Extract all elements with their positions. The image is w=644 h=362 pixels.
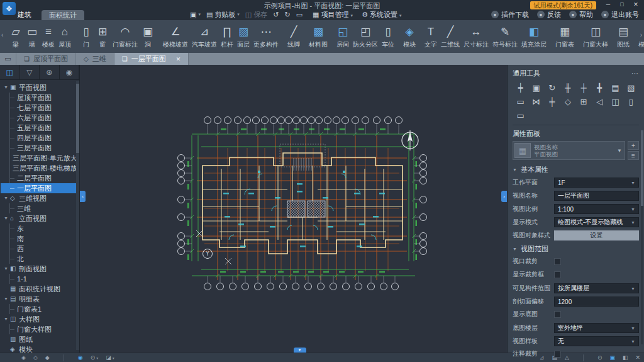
tree-group-detail-view[interactable]: ▼◫大样图 [0, 314, 79, 324]
tree-group-schedule-view[interactable]: ▼▤明细表 [0, 294, 79, 304]
ribbon-text-button[interactable]: T文字 [423, 23, 439, 50]
collapse-right-panel-handle[interactable]: › [501, 191, 507, 202]
project-tree-tab[interactable]: ◫ [0, 65, 20, 79]
mirror-tool-icon[interactable]: ◁ [592, 96, 608, 107]
logout-button[interactable]: ●退出账号 [601, 10, 639, 20]
save-button[interactable]: ◫ 保存 [245, 10, 267, 20]
helmet-tab[interactable]: ◉ [60, 65, 80, 79]
tree-item-2-3[interactable]: 北 [10, 254, 79, 264]
prop-select-1-6[interactable]: 无▼ [554, 336, 639, 346]
open-file-button[interactable]: ▣ ▾ [190, 11, 201, 19]
tree-item-0-6[interactable]: 三层平面图-单元放大… [10, 153, 79, 163]
center-tool-icon[interactable]: ┼ [576, 82, 592, 93]
tools-more-icon[interactable]: ⋯ [631, 69, 639, 77]
align-tool-icon[interactable]: ╫ [560, 82, 575, 93]
help-button[interactable]: ●帮助 [569, 10, 593, 20]
prop-input-1-3[interactable]: 1200 [554, 297, 639, 307]
close-tab-icon[interactable]: ✕ [176, 56, 181, 62]
close-button[interactable]: ✕ [629, 0, 643, 9]
lightbulb-icon[interactable]: ◉ [78, 354, 83, 361]
sidebar-scrollbar[interactable] [76, 81, 79, 350]
feedback-button[interactable]: ●反馈 [537, 10, 561, 20]
ribbon-wall-button[interactable]: ▭墙 [24, 23, 40, 50]
tree-item-2-2[interactable]: 西 [10, 244, 79, 254]
select-mode-icon[interactable]: ◈ [21, 354, 26, 361]
isolate-element-icon[interactable]: ◆ [45, 354, 50, 361]
ribbon-scroll-right-icon[interactable]: › [640, 31, 642, 38]
tree-item-0-9[interactable]: 一层平面图 [1, 183, 79, 193]
tree-item-0-5[interactable]: 三层平面图 [10, 143, 79, 153]
ribbon-fill-button[interactable]: ◧填充涂层 [519, 23, 548, 50]
move-tool-icon[interactable]: ┿ [513, 82, 528, 93]
section-header-0[interactable]: ▼基本属性 [513, 165, 639, 174]
delete-tool-icon[interactable]: ▯ [623, 96, 639, 107]
ribbon-roof-button[interactable]: ⌂屋顶 [57, 23, 73, 50]
view-tab-1[interactable]: ◇三维 [76, 53, 114, 65]
collapse-left-panel-handle[interactable]: ‹ [80, 191, 86, 202]
tree-group-module-view[interactable]: ◈模块 [0, 344, 79, 353]
tree-group-elevation-view[interactable]: ▼⌂立面视图 [0, 213, 79, 223]
project-manage-menu[interactable]: ▦ 项目管理 ▾ [313, 10, 353, 20]
trim-tool-icon[interactable]: ╪ [544, 96, 560, 107]
stretch-tool-icon[interactable]: ▭ [513, 96, 528, 107]
tree-item-1-0[interactable]: 三维 [10, 203, 79, 213]
join-tool-icon[interactable]: ◇ [560, 96, 575, 107]
system-settings-menu[interactable]: ⚙ 系统设置 ▾ [362, 10, 402, 20]
ribbon-dw-detail-button[interactable]: ◫门窗大样 [581, 23, 610, 50]
tree-group-sheet-view[interactable]: ▥图纸 [0, 334, 79, 344]
prop-select-0-3[interactable]: 绘图模式-不显示隐藏线▼ [554, 217, 639, 227]
view-tab-2[interactable]: ❏一层平面图✕ [114, 53, 189, 65]
visibility-icon[interactable]: ⊙▾ [91, 354, 99, 361]
drawing-canvas[interactable]: Y ‹ › ▾ [80, 65, 507, 353]
prop-select-0-2[interactable]: 1:100▼ [554, 204, 639, 214]
ribbon-dw-tag-button[interactable]: ◠门窗标注 [111, 23, 140, 50]
tree-item-3-0[interactable]: 1-1 [10, 274, 79, 284]
maximize-button[interactable]: □ [615, 0, 629, 9]
tree-item-0-3[interactable]: 五层平面图 [10, 123, 79, 133]
group-tool-icon[interactable]: ⊞ [576, 96, 592, 107]
prop-input-0-1[interactable]: 一层平面图 [554, 191, 639, 201]
prop-checkbox-1-0[interactable] [554, 258, 561, 265]
tree-group-area-view[interactable]: ▦面积统计视图 [0, 284, 79, 294]
ribbon-scroll-left-icon[interactable]: ‹ [1, 31, 3, 38]
ribbon-window-button[interactable]: ⊞窗 [94, 23, 111, 50]
type-selector[interactable]: ▦ 视图名称 平面视图 ▼ [513, 141, 625, 160]
mirror-axis-tool-icon[interactable]: ⋈ [528, 96, 544, 107]
tree-item-0-0[interactable]: 屋顶平面图 [10, 93, 79, 103]
tree-item-0-2[interactable]: 六层平面图 [10, 113, 79, 123]
prop-checkbox-1-4[interactable] [554, 311, 561, 318]
measure-tool-icon[interactable]: ▭ [513, 110, 528, 121]
ribbon-material-button[interactable]: ▩材料图 [307, 23, 330, 50]
collapse-bottom-handle[interactable]: ▾ [294, 348, 306, 353]
array-tool-icon[interactable]: ▤ [608, 82, 623, 93]
locate-tab[interactable]: ⊛ [40, 65, 60, 79]
ribbon-molding-button[interactable]: ╱线脚 [286, 23, 302, 50]
redo-button[interactable]: ↻ [284, 11, 290, 19]
ribbon-finish-button[interactable]: ▨面层 [235, 23, 252, 50]
prop-button-0-4[interactable]: 设置 [554, 230, 639, 240]
ribbon-dw-table-button[interactable]: ▦门窗表 [553, 23, 576, 50]
undo-button[interactable]: ↺ [273, 11, 279, 19]
tree-item-6-0[interactable]: 门窗大样图 [10, 324, 79, 334]
ribbon-parking-button[interactable]: ▯车位 [380, 23, 396, 50]
prop-select-1-5[interactable]: 室外地坪▼ [554, 323, 639, 333]
view-list-icon[interactable]: ▭ [0, 53, 16, 65]
app-tab-arch[interactable]: 建筑 [10, 9, 39, 20]
display-style-icon[interactable]: ◪▾ [106, 354, 114, 361]
ribbon-module-button[interactable]: ◈模块 [401, 23, 418, 50]
offset-tool-icon[interactable]: ▧ [623, 82, 639, 93]
app-tab-area[interactable]: 面积统计 [42, 10, 84, 20]
section-header-1[interactable]: ▼视图范围 [513, 244, 639, 254]
type-list-button[interactable]: ≡ [628, 151, 639, 160]
ribbon-slab-button[interactable]: ≡楼板 [40, 23, 57, 50]
prop-select-1-2[interactable]: 按所属楼层▼ [554, 283, 639, 293]
tree-group-threed-view[interactable]: ▼◇三维视图 [0, 193, 79, 203]
ribbon-door-button[interactable]: ▯门 [78, 23, 94, 50]
display-icon[interactable]: ▭ [296, 11, 303, 19]
ribbon-stair-ramp-button[interactable]: ∠楼梯坡道 [161, 23, 190, 50]
ribbon-dimension-button[interactable]: ↔尺寸标注 [462, 23, 491, 50]
plugin-download-button[interactable]: ●插件下载 [491, 10, 529, 20]
ribbon-line2d-button[interactable]: ╱二维线 [439, 23, 462, 50]
clipboard-button[interactable]: ▤ 剪贴板 ▾ [206, 10, 240, 20]
add-tool-icon[interactable]: ╋ [592, 82, 608, 93]
